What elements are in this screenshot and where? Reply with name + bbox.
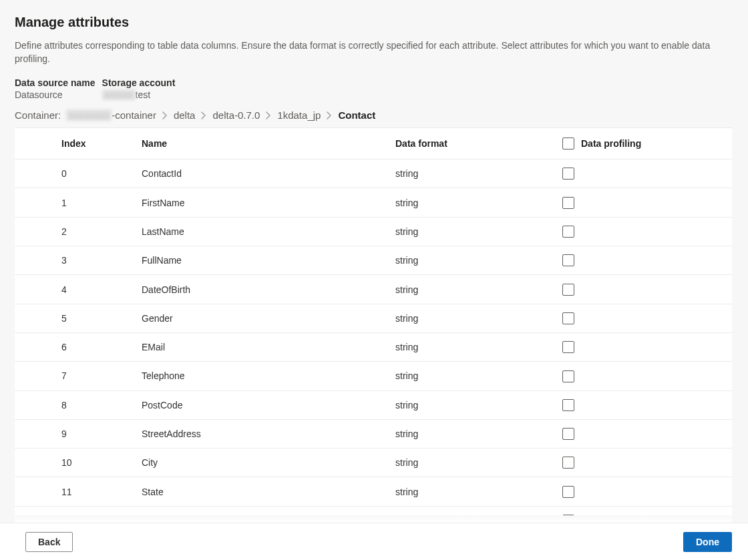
cell-index: 7	[15, 362, 135, 390]
profiling-checkbox[interactable]	[562, 370, 574, 382]
cell-index: 4	[15, 275, 135, 304]
breadcrumb-current: Contact	[338, 109, 375, 121]
profiling-checkbox[interactable]	[562, 428, 574, 440]
cell-profiling	[549, 449, 732, 477]
table-row: 3FullNamestring	[15, 246, 732, 275]
cell-profiling	[549, 246, 732, 275]
storage-account-label: Storage account	[102, 77, 176, 88]
cell-index: 9	[15, 419, 135, 448]
back-button[interactable]: Back	[25, 532, 73, 552]
done-button[interactable]: Done	[683, 532, 732, 552]
redacted-text: xxxxxx	[102, 89, 136, 100]
attributes-table: Index Name Data format Data profiling 0C…	[15, 127, 732, 515]
redacted-text: xxxxxxxx	[66, 109, 112, 121]
cell-index: 10	[15, 449, 135, 477]
cell-index: 12	[15, 506, 135, 515]
select-all-profiling-checkbox[interactable]	[562, 137, 574, 150]
breadcrumb-item[interactable]: delta	[174, 109, 196, 121]
cell-format: string	[389, 304, 549, 332]
storage-account-value: xxxxxxtest	[102, 89, 176, 100]
table-row: 10Citystring	[15, 449, 732, 477]
profiling-checkbox[interactable]	[562, 197, 574, 209]
cell-index: 6	[15, 332, 135, 361]
breadcrumb-item[interactable]: delta-0.7.0	[212, 109, 260, 121]
table-row: 4DateOfBirthstring	[15, 275, 732, 304]
cell-format: string	[389, 188, 549, 217]
cell-format: string	[389, 449, 549, 477]
col-header-name[interactable]: Name	[135, 128, 389, 160]
cell-name: DateOfBirth	[135, 275, 389, 304]
profiling-checkbox[interactable]	[562, 399, 574, 411]
page-subtitle: Define attributes corresponding to table…	[15, 39, 732, 65]
cell-format: string	[389, 390, 549, 419]
chevron-right-icon	[326, 111, 333, 119]
cell-index: 1	[15, 188, 135, 217]
cell-format: string	[389, 332, 549, 361]
breadcrumb-item[interactable]: 1kdata_jp	[277, 109, 321, 121]
profiling-checkbox[interactable]	[562, 312, 574, 324]
table-row: 2LastNamestring	[15, 217, 732, 246]
data-source-name-label: Data source name	[15, 77, 96, 88]
breadcrumb-lead: Container:	[15, 109, 61, 121]
col-header-index[interactable]: Index	[15, 128, 135, 160]
cell-name: Gender	[135, 304, 389, 332]
table-row: 1FirstNamestring	[15, 188, 732, 217]
cell-profiling	[549, 332, 732, 361]
profiling-checkbox[interactable]	[562, 457, 574, 469]
table-row: 5Genderstring	[15, 304, 732, 332]
table-fade-overlay	[15, 515, 732, 523]
cell-profiling	[549, 506, 732, 515]
cell-profiling	[549, 188, 732, 217]
col-header-format[interactable]: Data format	[389, 128, 549, 160]
cell-name: FullName	[135, 246, 389, 275]
cell-name: EMail	[135, 332, 389, 361]
cell-index: 5	[15, 304, 135, 332]
cell-index: 11	[15, 477, 135, 506]
chevron-right-icon	[162, 111, 168, 119]
cell-format: string	[389, 506, 549, 515]
cell-format: string	[389, 246, 549, 275]
cell-index: 2	[15, 217, 135, 246]
table-row: 0ContactIdstring	[15, 160, 732, 188]
cell-profiling	[549, 390, 732, 419]
col-header-profiling[interactable]: Data profiling	[549, 128, 732, 160]
table-row: 7Telephonestring	[15, 362, 732, 390]
profiling-checkbox[interactable]	[562, 254, 574, 266]
cell-name: City	[135, 449, 389, 477]
cell-format: string	[389, 160, 549, 188]
col-header-profiling-label: Data profiling	[581, 138, 641, 149]
cell-format: string	[389, 217, 549, 246]
cell-profiling	[549, 160, 732, 188]
cell-name: StreetAddress	[135, 419, 389, 448]
cell-profiling	[549, 304, 732, 332]
cell-name: Country	[135, 506, 389, 515]
cell-index: 0	[15, 160, 135, 188]
cell-name: FirstName	[135, 188, 389, 217]
profiling-checkbox[interactable]	[562, 341, 574, 353]
cell-format: string	[389, 362, 549, 390]
profiling-checkbox[interactable]	[562, 284, 574, 296]
cell-format: string	[389, 275, 549, 304]
cell-name: ContactId	[135, 160, 389, 188]
profiling-checkbox[interactable]	[562, 515, 574, 515]
meta-row: Data source name Datasource Storage acco…	[15, 77, 732, 100]
cell-name: PostCode	[135, 390, 389, 419]
breadcrumb-container[interactable]: xxxxxxxx-container	[66, 109, 156, 121]
cell-profiling	[549, 419, 732, 448]
profiling-checkbox[interactable]	[562, 168, 574, 180]
table-row: 6EMailstring	[15, 332, 732, 361]
cell-profiling	[549, 477, 732, 506]
page-title: Manage attributes	[15, 15, 732, 30]
chevron-right-icon	[200, 111, 207, 119]
profiling-checkbox[interactable]	[562, 226, 574, 238]
breadcrumb: Container: xxxxxxxx-container delta delt…	[15, 109, 732, 121]
chevron-right-icon	[265, 111, 272, 119]
cell-format: string	[389, 477, 549, 506]
cell-index: 3	[15, 246, 135, 275]
cell-profiling	[549, 217, 732, 246]
cell-name: LastName	[135, 217, 389, 246]
table-row: 12Countrystring	[15, 506, 732, 515]
cell-name: Telephone	[135, 362, 389, 390]
profiling-checkbox[interactable]	[562, 486, 574, 498]
cell-profiling	[549, 275, 732, 304]
